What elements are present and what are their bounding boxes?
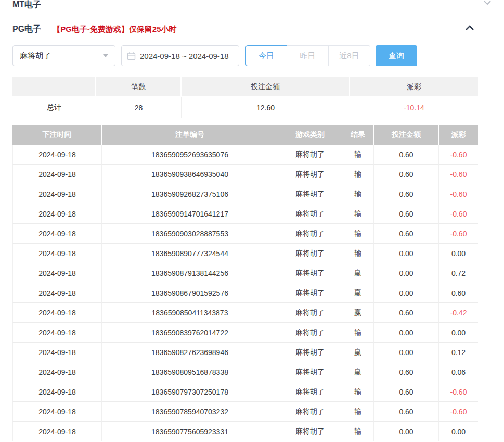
bet-id-cell: 1836590890777324544 (102, 244, 278, 263)
table-row: 2024-09-181836590952693635076麻将胡了输0.60-0… (12, 145, 478, 165)
previous-section-title: MT电子 (12, 0, 41, 10)
bet-id-cell: 1836590926827375106 (102, 184, 278, 204)
table-row: 2024-09-181836590850411343873麻将胡了赢0.60-0… (12, 303, 478, 323)
bet-amount-cell: 0.60 (374, 204, 439, 224)
bet-id-cell: 1836590839762014722 (102, 323, 278, 343)
bet-game-cell: 麻将胡了 (278, 184, 342, 204)
bet-date-cell: 2024-09-18 (12, 244, 102, 263)
bet-game-cell: 麻将胡了 (278, 204, 342, 224)
bet-payout-cell: -0.42 (439, 303, 478, 323)
bets-table-body: 2024-09-181836590952693635076麻将胡了输0.60-0… (12, 145, 478, 441)
game-select-value: 麻将胡了 (20, 51, 51, 61)
bets-header-cell-3: 结果 (342, 125, 374, 145)
table-row: 2024-09-181836590785940703232麻将胡了输0.60-0… (12, 402, 478, 422)
table-row: 2024-09-181836590914701641217麻将胡了输0.60-0… (12, 204, 478, 224)
summary-payout-value: -10.14 (350, 97, 478, 118)
bet-payout-cell: -0.60 (439, 165, 478, 184)
bet-game-cell: 麻将胡了 (278, 323, 342, 343)
bet-result-cell: 输 (342, 165, 374, 184)
bet-amount-cell: 0.00 (374, 343, 439, 362)
summary-header-cell-1: 笔数 (96, 77, 182, 97)
bets-header-cell-4: 投注金额 (374, 125, 439, 145)
bet-payout-cell: 0.06 (439, 362, 478, 382)
summary-total-row: 总计 28 12.60 -10.14 (12, 97, 478, 118)
bet-amount-cell: 0.60 (374, 165, 439, 184)
bet-id-cell: 1836590809516878338 (102, 362, 278, 382)
bet-payout-cell: -0.60 (439, 204, 478, 224)
bet-amount-cell: 0.00 (374, 283, 439, 303)
table-row: 2024-09-181836590775605923331麻将胡了输0.000.… (12, 422, 478, 441)
table-row: 2024-09-181836590797307250178麻将胡了输0.60-0… (12, 382, 478, 402)
bet-result-cell: 赢 (342, 263, 374, 283)
bet-result-cell: 赢 (342, 283, 374, 303)
bet-game-cell: 麻将胡了 (278, 263, 342, 283)
table-row: 2024-09-181836590809516878338麻将胡了赢0.600.… (12, 362, 478, 382)
date-range-input[interactable]: 2024-09-18 ~ 2024-09-18 (121, 45, 239, 66)
bet-date-cell: 2024-09-18 (12, 224, 102, 244)
bet-game-cell: 麻将胡了 (278, 362, 342, 382)
bet-amount-cell: 0.60 (374, 402, 439, 422)
bets-header-row: 下注时间注单编号游戏类别结果投注金额派彩 (12, 125, 478, 145)
bet-id-cell: 1836590914701641217 (102, 204, 278, 224)
bet-amount-cell: 0.60 (374, 382, 439, 402)
bet-payout-cell: 0.12 (439, 343, 478, 362)
bet-amount-cell: 0.60 (374, 362, 439, 382)
bet-payout-cell: 0.00 (439, 244, 478, 263)
bet-id-cell: 1836590827623698946 (102, 343, 278, 362)
bets-header-cell-1: 注单编号 (102, 125, 278, 145)
chevron-up-icon (465, 24, 474, 32)
table-row: 2024-09-181836590938646935040麻将胡了输0.60-0… (12, 165, 478, 184)
table-row: 2024-09-181836590839762014722麻将胡了输0.000.… (12, 323, 478, 343)
bet-date-cell: 2024-09-18 (12, 303, 102, 323)
bet-result-cell: 输 (342, 244, 374, 263)
bet-game-cell: 麻将胡了 (278, 244, 342, 263)
bet-result-cell: 赢 (342, 303, 374, 323)
summary-header-cell-0 (12, 77, 96, 97)
bet-game-cell: 麻将胡了 (278, 303, 342, 323)
bet-game-cell: 麻将胡了 (278, 224, 342, 244)
bet-amount-cell: 0.00 (374, 263, 439, 283)
bet-payout-cell: -0.60 (439, 382, 478, 402)
bet-date-cell: 2024-09-18 (12, 362, 102, 382)
bet-payout-cell: -0.60 (439, 145, 478, 165)
bet-payout-cell: -0.60 (439, 224, 478, 244)
bet-result-cell: 赢 (342, 362, 374, 382)
bets-table: 下注时间注单编号游戏类别结果投注金额派彩 2024-09-18183659095… (12, 125, 478, 441)
section-title: PG电子 (12, 24, 41, 35)
bet-date-cell: 2024-09-18 (12, 204, 102, 224)
bet-amount-cell: 0.00 (374, 422, 439, 441)
bet-result-cell: 输 (342, 323, 374, 343)
bet-amount-cell: 0.60 (374, 303, 439, 323)
bets-header-cell-5: 派彩 (439, 125, 478, 145)
bet-game-cell: 麻将胡了 (278, 283, 342, 303)
bet-result-cell: 输 (342, 382, 374, 402)
summary-header-cell-2: 投注金额 (182, 77, 350, 97)
collapse-section-button[interactable] (465, 25, 474, 31)
bet-amount-cell: 0.60 (374, 145, 439, 165)
bet-amount-cell: 0.00 (374, 244, 439, 263)
bet-result-cell: 输 (342, 204, 374, 224)
summary-header-cell-3: 派彩 (350, 77, 478, 97)
summary-count-value: 28 (96, 97, 182, 118)
quick-filter-button-2[interactable]: 近8日 (329, 45, 370, 66)
bet-id-cell: 1836590785940703232 (102, 402, 278, 422)
bet-payout-cell: 0.72 (439, 263, 478, 283)
bet-payout-cell: -0.60 (439, 184, 478, 204)
quick-filter-group: 今日昨日近8日 (245, 45, 370, 66)
bet-result-cell: 输 (342, 184, 374, 204)
table-row: 2024-09-181836590926827375106麻将胡了输0.60-0… (12, 184, 478, 204)
section-divider (12, 15, 492, 15)
quick-filter-button-1[interactable]: 昨日 (287, 45, 329, 66)
bet-amount-cell: 0.60 (374, 224, 439, 244)
chevron-down-icon[interactable] (483, 0, 492, 7)
bet-id-cell: 1836590850411343873 (102, 303, 278, 323)
summary-total-label: 总计 (12, 97, 96, 118)
bet-date-cell: 2024-09-18 (12, 343, 102, 362)
caret-down-icon (103, 54, 108, 57)
quick-filter-button-0[interactable]: 今日 (245, 45, 287, 66)
query-button[interactable]: 查询 (376, 45, 417, 66)
game-select[interactable]: 麻将胡了 (12, 45, 115, 66)
bet-game-cell: 麻将胡了 (278, 145, 342, 165)
bet-payout-cell: -0.60 (439, 402, 478, 422)
bet-id-cell: 1836590879138144256 (102, 263, 278, 283)
